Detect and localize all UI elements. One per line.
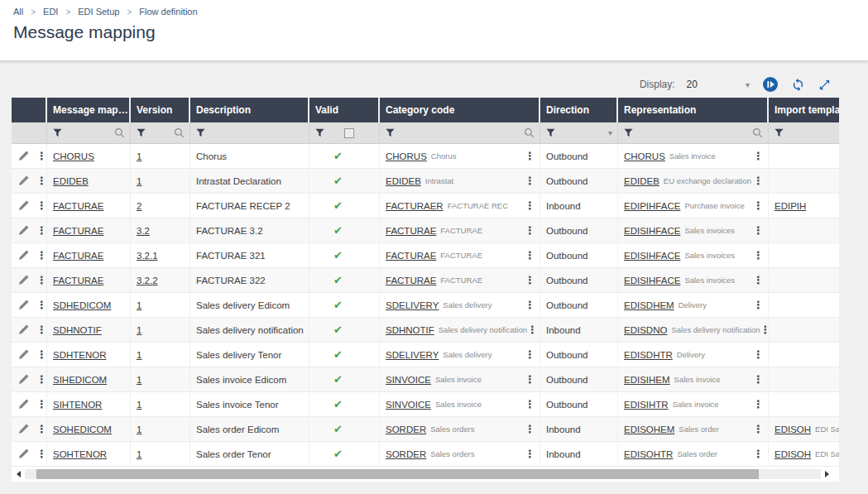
kebab-menu-icon[interactable]: ⋮: [753, 349, 764, 360]
kebab-menu-icon[interactable]: ⋮: [36, 349, 47, 360]
table-row[interactable]: ⋮SOHTENOR1Sales order Tenor✔SORDERSales …: [12, 442, 839, 467]
kebab-menu-icon[interactable]: ⋮: [753, 374, 764, 385]
version-link[interactable]: 2: [137, 201, 141, 211]
edit-pencil-icon[interactable]: [18, 200, 29, 211]
filter-funnel-icon[interactable]: [315, 128, 324, 137]
kebab-menu-icon[interactable]: ⋮: [525, 250, 535, 261]
category-code-link[interactable]: SORDER: [386, 424, 426, 434]
category-code-link[interactable]: SINVOICE: [386, 400, 431, 410]
column-header-description[interactable]: Description: [190, 98, 309, 122]
filter-funnel-icon[interactable]: [53, 128, 62, 137]
kebab-menu-icon[interactable]: ⋮: [525, 200, 535, 211]
category-code-link[interactable]: FACTURAE: [386, 276, 436, 285]
kebab-menu-icon[interactable]: ⋮: [525, 225, 535, 236]
table-row[interactable]: ⋮SOHEDICOM1Sales order Edicom✔SORDERSale…: [12, 417, 839, 442]
version-link[interactable]: 1: [137, 375, 141, 385]
scrollbar-thumb[interactable]: [36, 469, 759, 479]
representation-link[interactable]: EDISIHFACE: [624, 251, 680, 261]
kebab-menu-icon[interactable]: ⋮: [36, 275, 47, 285]
representation-link[interactable]: EDIPIHFACE: [624, 201, 680, 211]
version-link[interactable]: 1: [137, 151, 141, 161]
breadcrumb-item[interactable]: EDI: [43, 7, 58, 17]
representation-link[interactable]: EDISOHTR: [624, 449, 673, 459]
representation-link[interactable]: EDISDHTR: [624, 350, 673, 360]
kebab-menu-icon[interactable]: ⋮: [753, 250, 764, 261]
breadcrumb-item[interactable]: All: [13, 7, 23, 17]
version-link[interactable]: 1: [137, 325, 141, 335]
chevron-down-icon[interactable]: ▾: [746, 80, 750, 89]
message-map-link[interactable]: CHORUS: [53, 151, 94, 161]
fullscreen-icon[interactable]: [818, 79, 831, 91]
version-link[interactable]: 1: [137, 400, 141, 410]
edit-pencil-icon[interactable]: [18, 275, 29, 285]
table-row[interactable]: ⋮SDHNOTIF1Sales delivery notification✔SD…: [12, 318, 839, 343]
kebab-menu-icon[interactable]: ⋮: [36, 151, 47, 161]
kebab-menu-icon[interactable]: ⋮: [525, 448, 535, 459]
table-row[interactable]: ⋮FACTURAE3.2FACTURAE 3.2✔FACTURAEFACTURA…: [12, 218, 839, 243]
representation-link[interactable]: EDISIHEM: [624, 375, 670, 385]
representation-link[interactable]: EDISDHEM: [624, 300, 674, 310]
scrollbar-track[interactable]: [25, 469, 821, 479]
category-code-link[interactable]: CHORUS: [386, 151, 427, 161]
filter-funnel-icon[interactable]: [137, 128, 146, 137]
category-code-link[interactable]: SORDER: [386, 449, 426, 459]
column-header-representation[interactable]: Representation: [618, 98, 769, 122]
column-header-category-code[interactable]: Category code: [380, 98, 540, 122]
kebab-menu-icon[interactable]: ⋮: [753, 200, 764, 211]
edit-pencil-icon[interactable]: [18, 225, 29, 236]
table-row[interactable]: ⋮SDHTENOR1Sales delivery Tenor✔SDELIVERY…: [12, 343, 839, 367]
edit-pencil-icon[interactable]: [18, 175, 29, 186]
chevron-down-icon[interactable]: ▾: [608, 128, 612, 137]
column-header-version[interactable]: Version: [131, 98, 190, 122]
representation-link[interactable]: EDISIHFACE: [624, 276, 680, 285]
kebab-menu-icon[interactable]: ⋮: [753, 225, 764, 236]
kebab-menu-icon[interactable]: ⋮: [525, 300, 535, 310]
kebab-menu-icon[interactable]: ⋮: [753, 300, 764, 310]
refresh-icon[interactable]: [791, 78, 805, 92]
table-row[interactable]: ⋮FACTURAE2FACTURAE RECEP 2✔FACTURAERFACT…: [12, 194, 839, 218]
column-header-actions[interactable]: [12, 98, 47, 122]
category-code-link[interactable]: SDELIVERY: [386, 300, 439, 310]
edit-pencil-icon[interactable]: [18, 349, 29, 360]
column-header-valid[interactable]: Valid: [309, 98, 380, 122]
kebab-menu-icon[interactable]: ⋮: [753, 399, 764, 410]
kebab-menu-icon[interactable]: ⋮: [36, 250, 47, 261]
breadcrumb-item[interactable]: Flow definition: [139, 7, 197, 17]
message-map-link[interactable]: SIHEDICOM: [53, 375, 107, 385]
version-link[interactable]: 1: [137, 176, 141, 186]
version-link[interactable]: 3.2.2: [137, 276, 158, 285]
category-code-link[interactable]: SDHNOTIF: [386, 325, 434, 335]
kebab-menu-icon[interactable]: ⋮: [36, 448, 47, 459]
version-link[interactable]: 1: [137, 350, 141, 360]
search-icon[interactable]: [524, 127, 535, 138]
kebab-menu-icon[interactable]: ⋮: [525, 349, 535, 360]
edit-pencil-icon[interactable]: [18, 300, 29, 310]
kebab-menu-icon[interactable]: ⋮: [36, 225, 47, 236]
kebab-menu-icon[interactable]: ⋮: [760, 324, 769, 335]
message-map-link[interactable]: SDHNOTIF: [53, 325, 102, 335]
filter-funnel-icon[interactable]: [546, 128, 555, 137]
kebab-menu-icon[interactable]: ⋮: [753, 151, 764, 161]
edit-pencil-icon[interactable]: [18, 399, 29, 410]
import-template-link[interactable]: EDISOH: [774, 424, 811, 434]
import-template-link[interactable]: EDIPIH: [774, 201, 806, 211]
filter-funnel-icon[interactable]: [774, 128, 784, 137]
column-header-direction[interactable]: Direction: [540, 98, 618, 122]
table-row[interactable]: ⋮CHORUS1Chorus✔CHORUSChorus⋮OutboundCHOR…: [12, 144, 839, 169]
table-row[interactable]: ⋮SIHEDICOM1Sales invoice Edicom✔SINVOICE…: [12, 367, 839, 392]
column-header-message-map[interactable]: Message map…: [47, 98, 131, 122]
representation-link[interactable]: EDISOHEM: [624, 424, 674, 434]
kebab-menu-icon[interactable]: ⋮: [525, 175, 535, 186]
kebab-menu-icon[interactable]: ⋮: [36, 374, 47, 385]
filter-funnel-icon[interactable]: [196, 128, 205, 137]
kebab-menu-icon[interactable]: ⋮: [525, 399, 535, 410]
kebab-menu-icon[interactable]: ⋮: [36, 399, 47, 410]
kebab-menu-icon[interactable]: ⋮: [527, 324, 538, 335]
edit-pencil-icon[interactable]: [18, 448, 29, 459]
table-row[interactable]: ⋮SDHEDICOM1Sales delivery Edicom✔SDELIVE…: [12, 293, 839, 318]
kebab-menu-icon[interactable]: ⋮: [753, 275, 764, 285]
kebab-menu-icon[interactable]: ⋮: [36, 324, 47, 335]
category-code-link[interactable]: FACTURAE: [386, 226, 436, 236]
valid-filter-checkbox[interactable]: [344, 128, 354, 138]
version-link[interactable]: 1: [137, 449, 141, 459]
